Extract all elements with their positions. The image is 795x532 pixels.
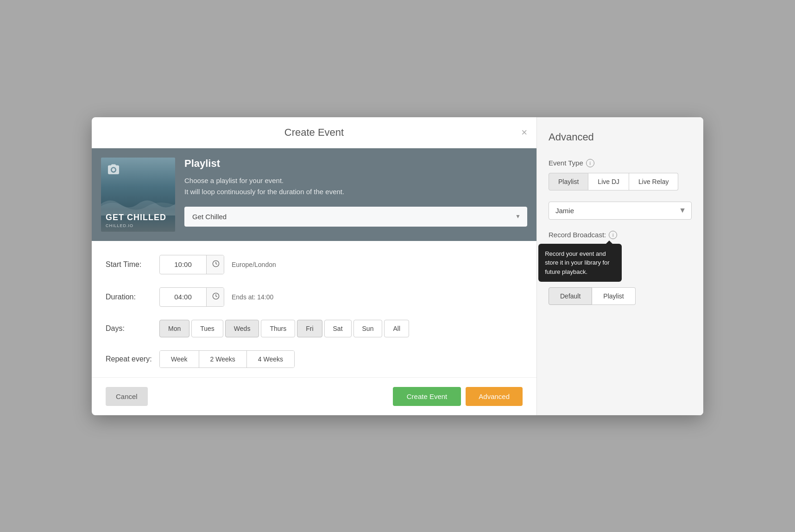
start-time-clock-button[interactable] <box>206 255 224 274</box>
modal-title: Create Event <box>284 127 344 139</box>
day-button-all[interactable]: All <box>384 320 409 337</box>
track-info-icon[interactable]: i <box>607 273 615 282</box>
ends-at-label: Ends at: 14:00 <box>232 293 273 301</box>
repeat-4weeks-button[interactable]: 4 Weeks <box>247 351 294 367</box>
advanced-panel-title: Advanced <box>549 131 692 143</box>
thumbnail-text-area: GET CHILLED CHILLED.IO <box>101 209 175 232</box>
duration-clock-icon <box>212 292 220 300</box>
track-info-section: Track Information: i Default Playlist <box>549 273 692 305</box>
playlist-info: Playlist Choose a playlist for your even… <box>184 158 527 227</box>
day-button-fri[interactable]: Fri <box>297 320 322 337</box>
event-type-info-icon[interactable]: i <box>586 159 594 167</box>
event-type-group: Playlist Live DJ Live Relay <box>549 173 692 190</box>
playlist-select-wrapper: Get Chilled Chill Vibes Deep House ▼ <box>184 207 527 227</box>
camera-icon <box>107 163 120 174</box>
dj-select-wrapper: Jamie DJ Smith DJ Jones ▼ <box>549 202 692 220</box>
days-row: Days: Mon Tues Weds Thurs Fri Sat Sun Al… <box>106 320 523 337</box>
track-info-group: Default Playlist <box>549 287 692 305</box>
record-broadcast-tooltip-container: i Record your event and store it in your… <box>609 231 617 239</box>
modal-footer: Cancel Create Event Advanced <box>92 377 536 415</box>
start-time-row: Start Time: Europe/London <box>106 255 523 274</box>
thumbnail-background: GET CHILLED CHILLED.IO <box>101 158 175 232</box>
event-type-playlist-button[interactable]: Playlist <box>549 173 588 190</box>
track-info-field-label: Track Information: i <box>549 273 692 282</box>
days-group: Mon Tues Weds Thurs Fri Sat Sun All <box>159 320 409 337</box>
duration-row: Duration: Ends at: 14:00 <box>106 287 523 307</box>
event-type-section: Event Type i Playlist Live DJ Live Relay <box>549 159 692 190</box>
event-type-livedj-button[interactable]: Live DJ <box>588 173 629 190</box>
start-time-input-wrapper <box>159 255 224 274</box>
duration-clock-button[interactable] <box>206 288 224 306</box>
footer-right-actions: Create Event Advanced <box>393 387 523 406</box>
day-button-sun[interactable]: Sun <box>353 320 383 337</box>
repeat-row: Repeat every: Week 2 Weeks 4 Weeks <box>106 350 523 368</box>
record-on-button[interactable]: On <box>549 245 580 262</box>
days-label: Days: <box>106 324 152 333</box>
start-time-input[interactable] <box>160 256 206 273</box>
thumbnail-subtitle: CHILLED.IO <box>106 223 170 228</box>
left-panel: Create Event × <box>92 117 536 415</box>
record-broadcast-info-icon[interactable]: i <box>609 231 617 239</box>
repeat-2weeks-button[interactable]: 2 Weeks <box>199 351 247 367</box>
playlist-type-label: Playlist <box>184 158 527 170</box>
playlist-banner: GET CHILLED CHILLED.IO Playlist Choose a… <box>92 148 536 241</box>
clock-icon <box>212 260 220 267</box>
modal-container: Create Event × <box>92 117 703 415</box>
record-broadcast-section: Record Broadcast: i Record your event an… <box>549 231 692 262</box>
playlist-description: Choose a playlist for your event. It wil… <box>184 175 527 197</box>
thumbnail-title: GET CHILLED <box>106 213 170 222</box>
playlist-select[interactable]: Get Chilled Chill Vibes Deep House <box>184 207 527 227</box>
day-button-thurs[interactable]: Thurs <box>261 320 295 337</box>
repeat-group: Week 2 Weeks 4 Weeks <box>159 350 295 368</box>
duration-label: Duration: <box>106 293 152 301</box>
track-info-playlist-button[interactable]: Playlist <box>592 287 635 305</box>
modal-header: Create Event × <box>92 117 536 148</box>
dj-select[interactable]: Jamie DJ Smith DJ Jones <box>549 202 692 220</box>
cancel-button[interactable]: Cancel <box>106 387 148 406</box>
event-type-field-label: Event Type i <box>549 159 692 167</box>
record-broadcast-group: On Off <box>549 245 692 262</box>
day-button-weds[interactable]: Weds <box>225 320 259 337</box>
duration-input-wrapper <box>159 287 224 307</box>
form-section: Start Time: Europe/London D <box>92 241 536 377</box>
record-off-button[interactable]: Off <box>580 245 612 262</box>
day-button-mon[interactable]: Mon <box>159 320 189 337</box>
start-time-label: Start Time: <box>106 260 152 269</box>
timezone-label: Europe/London <box>232 261 276 268</box>
advanced-button[interactable]: Advanced <box>466 387 523 406</box>
day-button-tues[interactable]: Tues <box>191 320 223 337</box>
repeat-week-button[interactable]: Week <box>160 351 199 367</box>
right-panel: Advanced Event Type i Playlist Live DJ L… <box>536 117 703 415</box>
close-button[interactable]: × <box>521 127 527 138</box>
record-broadcast-field-label: Record Broadcast: i Record your event an… <box>549 231 692 239</box>
create-event-button[interactable]: Create Event <box>393 387 461 406</box>
repeat-label: Repeat every: <box>106 355 152 363</box>
playlist-thumbnail: GET CHILLED CHILLED.IO <box>101 158 175 232</box>
track-info-default-button[interactable]: Default <box>549 287 592 305</box>
day-button-sat[interactable]: Sat <box>324 320 352 337</box>
event-type-liverelay-button[interactable]: Live Relay <box>629 173 678 190</box>
duration-input[interactable] <box>160 288 206 305</box>
modal-overlay: Create Event × <box>0 0 795 532</box>
